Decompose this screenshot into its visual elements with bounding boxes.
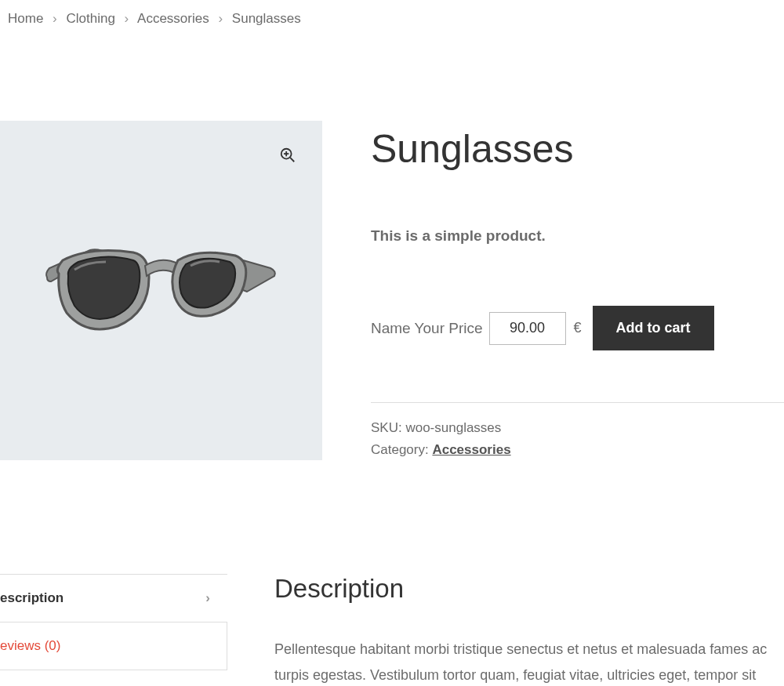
- breadcrumb-sep-icon: ›: [125, 11, 129, 26]
- svg-line-1: [290, 158, 294, 162]
- breadcrumb-sep-icon: ›: [53, 11, 57, 26]
- category-label: Category:: [371, 442, 429, 457]
- product-image[interactable]: [0, 121, 322, 460]
- sku-value: woo-sunglasses: [405, 420, 501, 435]
- sunglasses-illustration-icon: [43, 238, 278, 348]
- breadcrumb-clothing[interactable]: Clothing: [67, 11, 115, 26]
- description-body: Pellentesque habitant morbi tristique se…: [274, 637, 784, 686]
- breadcrumb-sep-icon: ›: [218, 11, 223, 26]
- product-title: Sunglasses: [371, 125, 784, 172]
- tab-reviews[interactable]: eviews (0): [0, 622, 227, 670]
- category-meta: Category: Accessories: [371, 442, 784, 458]
- zoom-icon[interactable]: [277, 144, 299, 166]
- description-heading: Description: [274, 574, 784, 604]
- product-short-description: This is a simple product.: [371, 227, 784, 245]
- chevron-right-icon: ›: [205, 590, 210, 606]
- tab-description-label: escription: [0, 590, 64, 606]
- tabs-list: escription › eviews (0): [0, 574, 227, 670]
- meta-divider: [371, 402, 784, 403]
- sku-meta: SKU: woo-sunglasses: [371, 420, 784, 436]
- currency-symbol: €: [574, 320, 582, 336]
- price-label: Name Your Price: [371, 320, 483, 337]
- breadcrumb-accessories[interactable]: Accessories: [137, 11, 209, 26]
- add-to-cart-button[interactable]: Add to cart: [593, 306, 714, 350]
- category-link[interactable]: Accessories: [432, 442, 510, 457]
- breadcrumb-current: Sunglasses: [232, 11, 301, 26]
- sku-label: SKU:: [371, 420, 402, 435]
- breadcrumb-home[interactable]: Home: [8, 11, 43, 26]
- price-row: Name Your Price € Add to cart: [371, 306, 784, 350]
- tab-reviews-label: eviews (0): [0, 638, 60, 654]
- tab-description[interactable]: escription ›: [0, 574, 227, 622]
- price-input[interactable]: [489, 312, 566, 345]
- breadcrumb: Home › Clothing › Accessories › Sunglass…: [0, 0, 784, 34]
